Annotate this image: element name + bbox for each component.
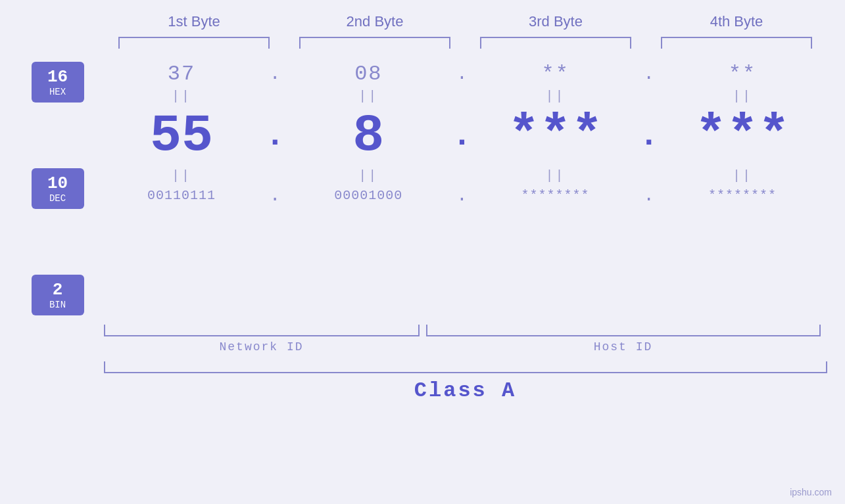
hex-dot3: . [639,64,659,84]
bracket-b3 [480,37,631,49]
dec-badge: 10 DEC [32,168,84,209]
main-area: 16 HEX 10 DEC 2 BIN 37 . [22,62,824,315]
id-labels-row: Network ID Host ID [104,340,827,354]
equals-3: || [477,89,635,104]
network-id-label: Network ID [104,340,420,354]
bin-name: BIN [34,300,82,310]
main-container: 1st Byte 2nd Byte 3rd Byte 4th Byte 16 H… [0,0,845,504]
equals-2: || [289,89,447,104]
hex-b4: ** [664,62,821,86]
bin-num: 2 [34,280,82,300]
dec-b3: *** [477,106,635,166]
hex-b1: 37 [103,62,260,86]
byte4-header: 4th Byte [658,13,815,30]
top-brackets [104,37,827,49]
hex-dot1: . [265,64,285,84]
equals-4: || [664,89,821,104]
equals-5: || [103,168,260,183]
bin-badge: 2 BIN [32,275,84,315]
hex-row: 37 . 08 . ** . ** [101,62,824,86]
bin-dot2: . [452,185,471,206]
byte-headers: 1st Byte 2nd Byte 3rd Byte 4th Byte [104,13,827,30]
hex-badge: 16 HEX [32,62,84,103]
equals-row-1: || || || || [101,86,824,106]
base-labels-column: 16 HEX 10 DEC 2 BIN [22,62,101,315]
byte3-header: 3rd Byte [477,13,635,30]
bin-dot1: . [265,185,285,206]
watermark: ipshu.com [790,487,832,497]
bottom-brackets-row [104,325,827,336]
host-bracket [426,325,821,336]
dec-dot1: . [265,117,285,154]
equals-7: || [477,168,635,183]
byte1-header: 1st Byte [115,13,273,30]
bracket-b1 [118,37,270,49]
byte2-header: 2nd Byte [296,13,454,30]
hex-b2: 08 [289,62,447,86]
dec-dot2: . [452,117,471,154]
bin-b2: 00001000 [289,188,447,203]
equals-row-2: || || || || [101,166,824,185]
bin-row: 00110111 . 00001000 . ******** . *******… [101,185,824,206]
dec-row: 55 . 8 . *** . *** [101,106,824,166]
long-bracket [104,361,827,373]
bin-b3: ******** [477,188,635,203]
class-label: Class A [104,378,827,403]
bin-b1: 00110111 [103,188,260,203]
equals-6: || [289,168,447,183]
host-id-label: Host ID [426,340,821,354]
hex-dot2: . [452,64,471,84]
dec-name: DEC [34,193,82,204]
bin-b4: ******** [664,188,821,203]
dec-num: 10 [34,173,82,193]
equals-1: || [103,89,260,104]
network-bracket [104,325,420,336]
dec-b4: *** [664,106,821,166]
equals-8: || [664,168,821,183]
bracket-b2 [299,37,450,49]
hex-num: 16 [34,67,82,87]
bin-dot3: . [639,185,659,206]
dec-b2: 8 [289,106,447,166]
hex-b3: ** [477,62,635,86]
dec-dot3: . [639,117,659,154]
hex-name: HEX [34,87,82,97]
content-grid: 37 . 08 . ** . ** || || [101,62,824,315]
bracket-b4 [661,37,812,49]
dec-b1: 55 [103,106,260,166]
bottom-section: Network ID Host ID Class A [104,322,827,403]
